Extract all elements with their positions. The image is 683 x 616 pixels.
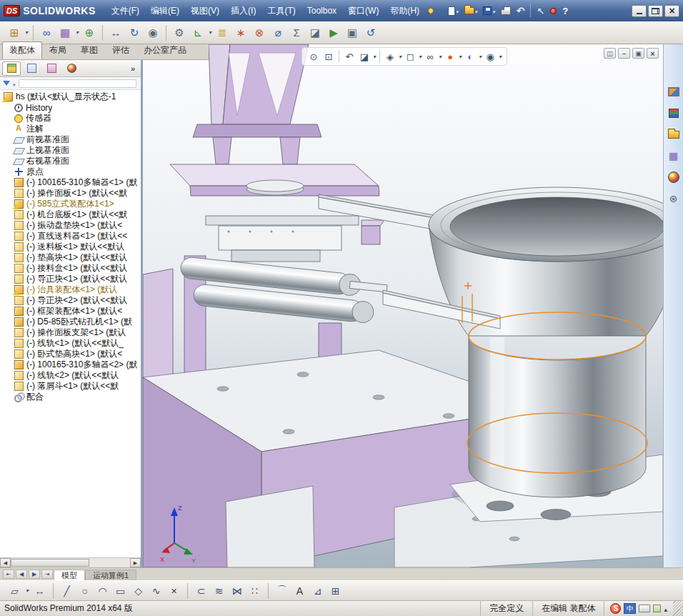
record-button[interactable] [549,6,558,16]
line-icon[interactable]: ╱ [59,583,74,598]
apply-scene-icon[interactable]: ◐ [463,49,477,64]
chevron-down-icon[interactable]: ▾ [439,54,442,60]
sketch-text-icon[interactable]: A [292,583,307,598]
print-button[interactable] [499,5,512,16]
linear-sketch-pattern-icon[interactable]: ∷ [247,583,262,598]
undo-button[interactable] [515,4,527,18]
sketch-icon[interactable]: ▱ [7,583,22,598]
zoom-to-fit-icon[interactable]: ⊙ [306,49,321,64]
document-minimize-button[interactable] [618,48,630,59]
ime-keyboard-icon[interactable] [639,605,650,612]
select-button[interactable] [535,4,546,18]
language-bar-expand-arrow[interactable] [664,604,667,614]
tab-model[interactable]: 模型 [54,570,85,580]
save-button[interactable] [482,4,497,17]
tree-item-component[interactable]: (-) 100165-310多轴器<2> (默 [0,359,141,370]
tree-item-component[interactable]: (-) 卧式垫高块<1> (默认< [0,349,141,359]
tab-office-products[interactable]: 办公室产品 [136,41,194,59]
tree-item-component[interactable]: (-) 落屑斗<1> (默认<<默 [0,381,141,392]
menu-insert[interactable]: 插入(I) [225,2,261,20]
view-settings-icon[interactable]: ◉ [483,49,497,64]
chevron-down-icon[interactable]: ▾ [76,29,79,36]
file-explorer-button[interactable] [667,127,681,141]
tab-assembly[interactable]: 装配体 [2,41,42,59]
tree-filter-input[interactable] [19,79,136,88]
display-style-icon[interactable]: ◻ [403,49,417,64]
scroll-left-button[interactable] [0,558,11,567]
interference-detection-icon[interactable]: ⊗ [251,24,268,41]
pin-menu-icon[interactable] [427,6,434,14]
ime-language-indicator[interactable]: 中 [624,603,636,614]
scrollbar-track[interactable] [11,558,130,567]
tree-item-mates[interactable]: 配合 [0,392,141,402]
help-button[interactable] [561,4,569,18]
tree-item-component[interactable]: (-) 治具装配体<1> (默认 [0,284,141,295]
displaymanager-tab[interactable] [62,61,81,76]
show-panes-button[interactable] [604,48,616,59]
menu-window[interactable]: 窗口(W) [342,2,384,20]
configurationmanager-tab[interactable] [42,61,61,76]
show-hidden-components-icon[interactable]: ◉ [144,24,161,41]
minimize-button[interactable] [632,5,647,17]
menu-help[interactable]: 帮助(H) [384,2,425,20]
chevron-down-icon[interactable] [13,79,16,89]
polygon-icon[interactable]: ◇ [131,583,146,598]
propertymanager-tab[interactable] [22,61,41,76]
chevron-down-icon[interactable]: ▾ [479,54,482,60]
mass-properties-icon[interactable]: Σ [288,24,305,41]
tab-scroll-next-button[interactable] [29,570,40,579]
new-file-button[interactable] [447,4,460,17]
snapshot-icon[interactable]: ▣ [344,24,361,41]
edit-appearance-icon[interactable]: ● [443,49,457,64]
menu-view[interactable]: 视图(V) [185,2,225,20]
tree-item-component[interactable]: (-) 100165-310多轴器<1> (默 [0,177,141,188]
tree-item-front-plane[interactable]: 前视基准面 [0,134,141,145]
reference-geometry-icon[interactable]: ⊾ [189,24,206,41]
hide-show-items-icon[interactable]: ∞ [423,49,437,64]
mate-icon[interactable]: ∞ [38,24,55,41]
restore-button[interactable] [648,5,663,17]
insert-components-icon[interactable]: ⊞ [6,24,23,41]
resize-grip[interactable] [673,601,683,616]
move-component-icon[interactable]: ↔ [107,24,124,41]
chevron-down-icon[interactable]: ▾ [499,54,502,60]
smart-fasteners-icon[interactable]: ⊕ [81,24,98,41]
menu-tools[interactable]: 工具(T) [261,2,301,20]
chevron-down-icon[interactable]: ▾ [399,54,402,60]
tab-motion-study[interactable]: 运动算例1 [85,570,136,580]
rotate-component-icon[interactable]: ↻ [126,24,143,41]
assembly-features-icon[interactable]: ⚙ [171,24,188,41]
motion-study-icon[interactable]: ▶ [325,24,342,41]
tree-item-component[interactable]: (-) 振动盘垫块<1> (默认< [0,220,141,231]
document-close-button[interactable] [647,48,659,59]
smart-dimension-icon[interactable]: ↔ [32,583,47,598]
tab-scroll-prev-button[interactable] [16,570,27,579]
tree-item-component[interactable]: (-) 线轨<1> (默认<<默认_ [0,338,141,349]
tree-item-annotations[interactable]: 注解 [0,124,141,134]
arc-icon[interactable]: ◠ [95,583,110,598]
tab-evaluate[interactable]: 评估 [105,41,136,59]
close-button[interactable] [664,5,679,17]
panel-overflow-chevron[interactable] [131,64,139,73]
offset-entities-icon[interactable]: ≋ [211,583,226,598]
tree-item-component[interactable]: (-) 导正块<1> (默认<<默认 [0,274,141,284]
update-assembly-icon[interactable]: ↺ [362,24,379,41]
ime-sogou-icon[interactable] [610,603,621,614]
trim-entities-icon[interactable]: × [166,583,181,598]
featuremanager-tab[interactable] [2,61,21,76]
chevron-down-icon[interactable]: ▾ [25,29,28,36]
filter-funnel-icon[interactable] [3,81,10,86]
exploded-view-icon[interactable]: ∗ [232,24,249,41]
tree-item-component[interactable]: (-) 线轨<2> (默认<<默认 [0,370,141,381]
tree-item-component[interactable]: (-) 导正块<2> (默认<<默认 [0,295,141,306]
tab-scroll-start-button[interactable] [3,570,14,579]
linear-component-pattern-icon[interactable]: ▦ [56,24,74,41]
view-orientation-icon[interactable]: ◈ [383,49,397,64]
tree-item-component[interactable]: (-) 接料盒<1> (默认<<默认 [0,263,141,274]
tree-item-top-plane[interactable]: 上视基准面 [0,145,141,156]
design-library-button[interactable] [667,106,681,120]
viewport-3d-scene[interactable]: Z X Y [143,44,663,567]
open-file-button[interactable] [463,4,479,17]
menu-edit[interactable]: 编辑(E) [145,2,185,20]
spline-icon[interactable]: ∿ [149,583,164,598]
